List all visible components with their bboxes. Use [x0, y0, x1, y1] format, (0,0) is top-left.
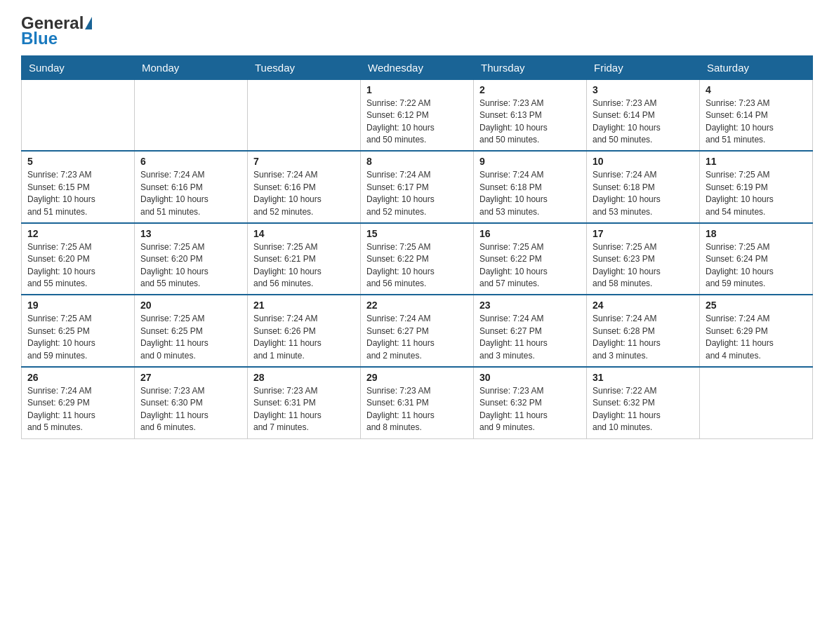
- day-info: Sunrise: 7:25 AM Sunset: 6:24 PM Dayligh…: [706, 241, 807, 290]
- day-info: Sunrise: 7:24 AM Sunset: 6:29 PM Dayligh…: [27, 385, 128, 434]
- day-info: Sunrise: 7:23 AM Sunset: 6:30 PM Dayligh…: [140, 385, 241, 434]
- day-number: 28: [253, 372, 355, 383]
- calendar-cell: 20Sunrise: 7:25 AM Sunset: 6:25 PM Dayli…: [135, 295, 248, 367]
- day-number: 21: [253, 300, 355, 311]
- day-of-week-header: Tuesday: [248, 55, 361, 79]
- day-of-week-header: Wednesday: [361, 55, 474, 79]
- calendar-cell: 13Sunrise: 7:25 AM Sunset: 6:20 PM Dayli…: [135, 223, 248, 295]
- day-info: Sunrise: 7:25 AM Sunset: 6:21 PM Dayligh…: [253, 241, 355, 290]
- day-info: Sunrise: 7:25 AM Sunset: 6:20 PM Dayligh…: [27, 241, 128, 290]
- day-number: 8: [366, 156, 468, 167]
- day-number: 18: [706, 228, 807, 239]
- day-of-week-header: Friday: [587, 55, 700, 79]
- calendar-week-row: 12Sunrise: 7:25 AM Sunset: 6:20 PM Dayli…: [22, 223, 813, 295]
- day-info: Sunrise: 7:23 AM Sunset: 6:32 PM Dayligh…: [479, 385, 581, 434]
- calendar-cell: 21Sunrise: 7:24 AM Sunset: 6:26 PM Dayli…: [248, 295, 361, 367]
- calendar-cell: 14Sunrise: 7:25 AM Sunset: 6:21 PM Dayli…: [248, 223, 361, 295]
- calendar-cell: 18Sunrise: 7:25 AM Sunset: 6:24 PM Dayli…: [700, 223, 813, 295]
- calendar-cell: 3Sunrise: 7:23 AM Sunset: 6:14 PM Daylig…: [587, 79, 700, 151]
- day-info: Sunrise: 7:23 AM Sunset: 6:14 PM Dayligh…: [593, 98, 694, 147]
- calendar-cell: 7Sunrise: 7:24 AM Sunset: 6:16 PM Daylig…: [248, 151, 361, 223]
- calendar-cell: 29Sunrise: 7:23 AM Sunset: 6:31 PM Dayli…: [361, 367, 474, 438]
- day-number: 4: [706, 84, 807, 95]
- day-number: 7: [253, 156, 355, 167]
- day-info: Sunrise: 7:23 AM Sunset: 6:13 PM Dayligh…: [479, 98, 581, 147]
- calendar-cell: 25Sunrise: 7:24 AM Sunset: 6:29 PM Dayli…: [700, 295, 813, 367]
- day-number: 27: [140, 372, 241, 383]
- day-number: 23: [479, 300, 581, 311]
- calendar-cell: 23Sunrise: 7:24 AM Sunset: 6:27 PM Dayli…: [474, 295, 587, 367]
- calendar-cell: 31Sunrise: 7:22 AM Sunset: 6:32 PM Dayli…: [587, 367, 700, 438]
- calendar-cell: [22, 79, 135, 151]
- day-info: Sunrise: 7:25 AM Sunset: 6:25 PM Dayligh…: [140, 313, 241, 362]
- calendar-cell: 5Sunrise: 7:23 AM Sunset: 6:15 PM Daylig…: [22, 151, 135, 223]
- day-info: Sunrise: 7:24 AM Sunset: 6:18 PM Dayligh…: [479, 169, 581, 218]
- day-of-week-header: Monday: [135, 55, 248, 79]
- day-number: 11: [706, 156, 807, 167]
- day-number: 25: [706, 300, 807, 311]
- day-of-week-header: Sunday: [22, 55, 135, 79]
- day-number: 19: [27, 300, 128, 311]
- calendar-cell: 16Sunrise: 7:25 AM Sunset: 6:22 PM Dayli…: [474, 223, 587, 295]
- calendar-week-row: 26Sunrise: 7:24 AM Sunset: 6:29 PM Dayli…: [22, 367, 813, 438]
- day-number: 29: [366, 372, 468, 383]
- day-info: Sunrise: 7:24 AM Sunset: 6:27 PM Dayligh…: [479, 313, 581, 362]
- day-info: Sunrise: 7:25 AM Sunset: 6:25 PM Dayligh…: [27, 313, 128, 362]
- calendar-cell: [700, 367, 813, 438]
- calendar-cell: 2Sunrise: 7:23 AM Sunset: 6:13 PM Daylig…: [474, 79, 587, 151]
- day-info: Sunrise: 7:24 AM Sunset: 6:29 PM Dayligh…: [706, 313, 807, 362]
- calendar-cell: 15Sunrise: 7:25 AM Sunset: 6:22 PM Dayli…: [361, 223, 474, 295]
- day-number: 5: [27, 156, 128, 167]
- day-of-week-header: Thursday: [474, 55, 587, 79]
- day-info: Sunrise: 7:24 AM Sunset: 6:17 PM Dayligh…: [366, 169, 468, 218]
- logo-flag-icon: [85, 17, 92, 29]
- day-number: 6: [140, 156, 241, 167]
- day-number: 24: [593, 300, 694, 311]
- calendar-cell: 1Sunrise: 7:22 AM Sunset: 6:12 PM Daylig…: [361, 79, 474, 151]
- calendar-cell: 24Sunrise: 7:24 AM Sunset: 6:28 PM Dayli…: [587, 295, 700, 367]
- calendar-week-row: 19Sunrise: 7:25 AM Sunset: 6:25 PM Dayli…: [22, 295, 813, 367]
- day-info: Sunrise: 7:23 AM Sunset: 6:31 PM Dayligh…: [253, 385, 355, 434]
- calendar-cell: 6Sunrise: 7:24 AM Sunset: 6:16 PM Daylig…: [135, 151, 248, 223]
- calendar-cell: 22Sunrise: 7:24 AM Sunset: 6:27 PM Dayli…: [361, 295, 474, 367]
- page-header: General Blue: [21, 14, 813, 48]
- day-number: 2: [479, 84, 581, 95]
- day-number: 15: [366, 228, 468, 239]
- day-number: 3: [593, 84, 694, 95]
- day-info: Sunrise: 7:25 AM Sunset: 6:22 PM Dayligh…: [366, 241, 468, 290]
- calendar-cell: 11Sunrise: 7:25 AM Sunset: 6:19 PM Dayli…: [700, 151, 813, 223]
- calendar-table: SundayMondayTuesdayWednesdayThursdayFrid…: [21, 55, 813, 439]
- day-info: Sunrise: 7:24 AM Sunset: 6:16 PM Dayligh…: [253, 169, 355, 218]
- logo: General Blue: [21, 14, 93, 48]
- calendar-cell: 12Sunrise: 7:25 AM Sunset: 6:20 PM Dayli…: [22, 223, 135, 295]
- calendar-cell: 4Sunrise: 7:23 AM Sunset: 6:14 PM Daylig…: [700, 79, 813, 151]
- day-info: Sunrise: 7:25 AM Sunset: 6:19 PM Dayligh…: [706, 169, 807, 218]
- day-info: Sunrise: 7:24 AM Sunset: 6:16 PM Dayligh…: [140, 169, 241, 218]
- day-info: Sunrise: 7:25 AM Sunset: 6:20 PM Dayligh…: [140, 241, 241, 290]
- day-number: 10: [593, 156, 694, 167]
- calendar-week-row: 1Sunrise: 7:22 AM Sunset: 6:12 PM Daylig…: [22, 79, 813, 151]
- day-info: Sunrise: 7:23 AM Sunset: 6:14 PM Dayligh…: [706, 98, 807, 147]
- calendar-cell: 19Sunrise: 7:25 AM Sunset: 6:25 PM Dayli…: [22, 295, 135, 367]
- day-info: Sunrise: 7:24 AM Sunset: 6:28 PM Dayligh…: [593, 313, 694, 362]
- day-number: 30: [479, 372, 581, 383]
- day-info: Sunrise: 7:24 AM Sunset: 6:26 PM Dayligh…: [253, 313, 355, 362]
- day-info: Sunrise: 7:23 AM Sunset: 6:15 PM Dayligh…: [27, 169, 128, 218]
- day-number: 20: [140, 300, 241, 311]
- day-info: Sunrise: 7:22 AM Sunset: 6:12 PM Dayligh…: [366, 98, 468, 147]
- calendar-header-row: SundayMondayTuesdayWednesdayThursdayFrid…: [22, 55, 813, 79]
- day-number: 16: [479, 228, 581, 239]
- calendar-cell: 10Sunrise: 7:24 AM Sunset: 6:18 PM Dayli…: [587, 151, 700, 223]
- day-number: 13: [140, 228, 241, 239]
- calendar-week-row: 5Sunrise: 7:23 AM Sunset: 6:15 PM Daylig…: [22, 151, 813, 223]
- day-number: 9: [479, 156, 581, 167]
- calendar-cell: 28Sunrise: 7:23 AM Sunset: 6:31 PM Dayli…: [248, 367, 361, 438]
- calendar-cell: 27Sunrise: 7:23 AM Sunset: 6:30 PM Dayli…: [135, 367, 248, 438]
- day-info: Sunrise: 7:22 AM Sunset: 6:32 PM Dayligh…: [593, 385, 694, 434]
- day-info: Sunrise: 7:23 AM Sunset: 6:31 PM Dayligh…: [366, 385, 468, 434]
- day-info: Sunrise: 7:25 AM Sunset: 6:22 PM Dayligh…: [479, 241, 581, 290]
- calendar-cell: [135, 79, 248, 151]
- day-number: 22: [366, 300, 468, 311]
- day-of-week-header: Saturday: [700, 55, 813, 79]
- calendar-cell: 17Sunrise: 7:25 AM Sunset: 6:23 PM Dayli…: [587, 223, 700, 295]
